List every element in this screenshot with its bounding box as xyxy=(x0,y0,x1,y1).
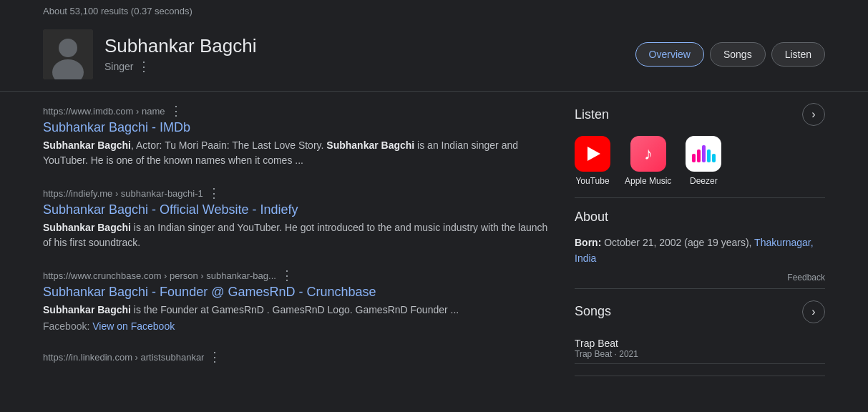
artist-header: Subhankar Bagchi Singer ⋮ Overview Songs… xyxy=(0,22,868,92)
result-more-icon[interactable]: ⋮ xyxy=(208,185,220,201)
results-count: About 53,100 results (0.37 seconds) xyxy=(43,6,192,16)
artist-info: Subhankar Bagchi Singer ⋮ xyxy=(104,35,624,74)
action-buttons: Overview Songs Listen xyxy=(635,42,825,67)
apple-music-label: Apple Music xyxy=(625,176,671,186)
song-title: Trap Beat xyxy=(575,338,825,349)
born-label: Born: xyxy=(575,237,601,248)
youtube-service[interactable]: YouTube xyxy=(575,136,610,186)
result-more-icon[interactable]: ⋮ xyxy=(281,268,293,283)
deezer-label: Deezer xyxy=(690,176,718,186)
right-panel: Listen › YouTube ♪ Apple Music xyxy=(575,103,825,388)
deezer-bars-icon xyxy=(692,145,716,162)
overview-button[interactable]: Overview xyxy=(635,42,704,67)
youtube-label: YouTube xyxy=(575,176,609,186)
youtube-icon xyxy=(575,136,610,172)
play-icon xyxy=(587,147,600,161)
deezer-icon xyxy=(686,136,721,172)
about-text: Born: October 21, 2002 (age 19 years), T… xyxy=(575,235,825,267)
result-item: https://www.imdb.com › name ⋮ Subhankar … xyxy=(43,103,553,168)
result-title[interactable]: Subhankar Bagchi - IMDb xyxy=(43,120,553,135)
music-note-icon: ♪ xyxy=(644,144,653,164)
listen-button[interactable]: Listen xyxy=(771,42,825,67)
apple-music-icon: ♪ xyxy=(630,136,666,172)
main-content: https://www.imdb.com › name ⋮ Subhankar … xyxy=(0,92,868,399)
result-title[interactable]: Subhankar Bagchi - Founder @ GamesRnD - … xyxy=(43,285,553,300)
search-results: https://www.imdb.com › name ⋮ Subhankar … xyxy=(43,103,575,388)
result-item: https://in.linkedin.com › artistsubhanka… xyxy=(43,349,553,365)
svg-point-1 xyxy=(59,39,77,57)
artist-name: Subhankar Bagchi xyxy=(104,35,624,57)
result-snippet: Subhankar Bagchi is an Indian singer and… xyxy=(43,220,553,250)
result-url: https://in.linkedin.com › artistsubhanka… xyxy=(43,349,553,365)
result-snippet: Subhankar Bagchi, Actor: Tu Mori Paain: … xyxy=(43,138,553,168)
result-extra-link[interactable]: View on Facebook xyxy=(92,320,175,332)
results-count-bar: About 53,100 results (0.37 seconds) xyxy=(0,0,868,22)
deezer-service[interactable]: Deezer xyxy=(686,136,721,186)
artist-type: Singer ⋮ xyxy=(104,59,624,74)
songs-section: Songs › Trap Beat Trap Beat · 2021 xyxy=(575,300,825,376)
songs-button[interactable]: Songs xyxy=(710,42,766,67)
about-section: About Born: October 21, 2002 (age 19 yea… xyxy=(575,210,825,289)
about-header: About xyxy=(575,210,825,225)
songs-header: Songs › xyxy=(575,300,825,323)
song-item[interactable]: Trap Beat Trap Beat · 2021 xyxy=(575,333,825,364)
artist-more-icon[interactable]: ⋮ xyxy=(137,59,150,74)
result-extra: Facebook: View on Facebook xyxy=(43,320,553,332)
result-url: https://www.imdb.com › name ⋮ xyxy=(43,103,553,119)
feedback-text[interactable]: Feedback xyxy=(575,273,825,283)
songs-more-button[interactable]: › xyxy=(802,300,825,323)
result-url: https://www.crunchbase.com › person › su… xyxy=(43,268,553,283)
result-title[interactable]: Subhankar Bagchi - Official Website - In… xyxy=(43,202,553,217)
songs-title: Songs xyxy=(575,304,611,319)
apple-music-service[interactable]: ♪ Apple Music xyxy=(625,136,671,186)
result-item: https://indiefy.me › subhankar-bagchi-1 … xyxy=(43,185,553,250)
result-item: https://www.crunchbase.com › person › su… xyxy=(43,268,553,332)
born-value: October 21, 2002 (age 19 years), xyxy=(604,237,751,248)
listen-header: Listen › xyxy=(575,103,825,126)
listen-services: YouTube ♪ Apple Music xyxy=(575,136,825,186)
result-snippet: Subhankar Bagchi is the Founder at Games… xyxy=(43,303,553,318)
result-more-icon[interactable]: ⋮ xyxy=(170,103,182,119)
result-more-icon[interactable]: ⋮ xyxy=(208,349,221,365)
result-url: https://indiefy.me › subhankar-bagchi-1 … xyxy=(43,185,553,201)
song-subtitle: Trap Beat · 2021 xyxy=(575,349,825,359)
listen-more-button[interactable]: › xyxy=(802,103,825,126)
listen-title: Listen xyxy=(575,107,609,122)
avatar xyxy=(43,29,93,79)
about-title: About xyxy=(575,210,608,225)
listen-section: Listen › YouTube ♪ Apple Music xyxy=(575,103,825,198)
